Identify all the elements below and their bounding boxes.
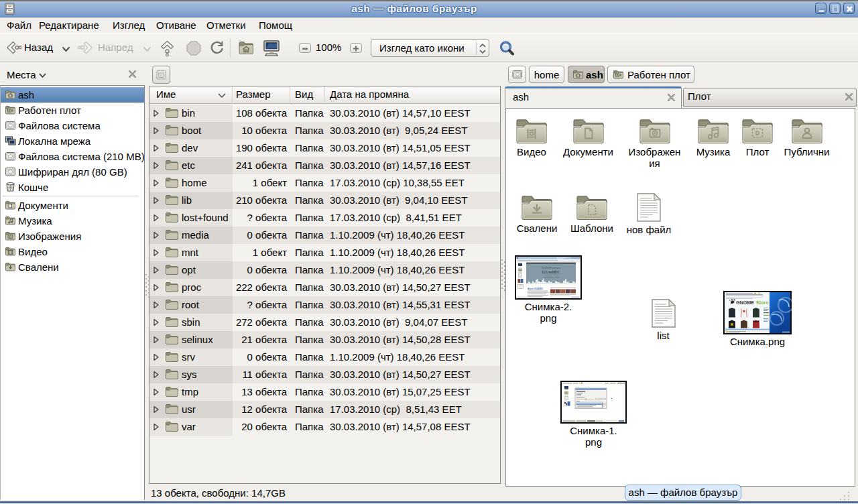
svg-text:GUADEC: GUADEC — [542, 269, 560, 274]
svg-text:About GUADEC: About GUADEC — [528, 288, 544, 290]
svg-text:Store: Store — [756, 300, 768, 306]
svg-text:July 24-30th, 2010: July 24-30th, 2010 — [543, 276, 560, 279]
svg-text:GNOME: GNOME — [736, 300, 754, 306]
